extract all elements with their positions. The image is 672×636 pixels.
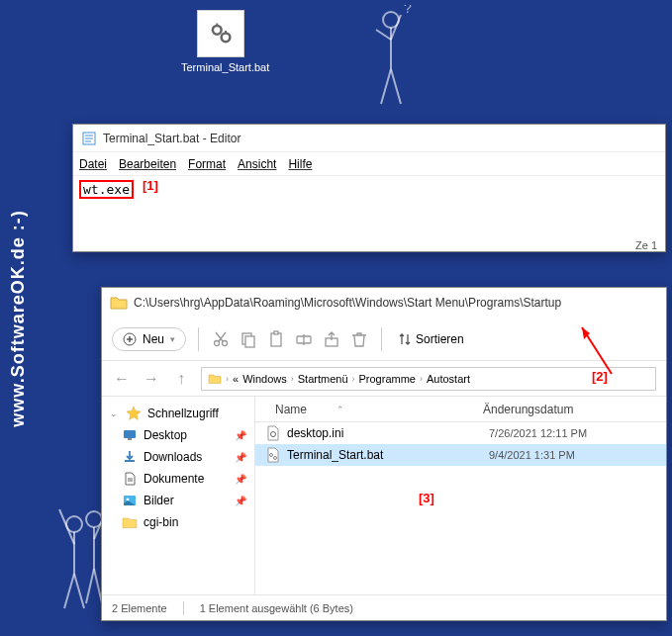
svg-line-7 [391,69,401,104]
file-name: Terminal_Start.bat [287,448,489,462]
bat-file-icon [265,447,281,463]
svg-line-4 [376,30,391,40]
file-list-header: Name ⌃ Änderungsdatum [255,397,666,422]
nav-up-button[interactable]: ↑ [171,370,191,388]
sort-button[interactable]: Sortieren [398,332,464,346]
decoration-figure-1: ? [366,5,416,118]
watermark-left: www.SoftwareOK.de :-) [8,210,29,426]
chevron-right-icon: › [291,374,294,384]
pin-icon: 📌 [235,452,246,463]
plus-icon [123,332,137,346]
sidebar-item-downloads[interactable]: Downloads 📌 [102,446,254,468]
svg-line-13 [59,509,74,544]
delete-icon[interactable] [349,329,369,349]
downloads-icon [122,449,138,465]
share-icon[interactable] [322,329,341,349]
annotation-2: [2] [592,369,608,384]
ini-file-icon [265,425,281,441]
chevron-right-icon: › [352,374,355,384]
notepad-content-area[interactable]: wt.exe [1] [73,176,665,203]
pin-icon: 📌 [235,474,246,485]
menu-file[interactable]: Datei [79,157,107,171]
svg-point-0 [213,26,222,35]
svg-rect-31 [245,336,254,347]
sort-button-label: Sortieren [416,332,464,346]
file-row[interactable]: Terminal_Start.bat 9/4/2021 1:31 PM [255,444,666,466]
new-button-label: Neu [143,332,164,346]
pictures-icon [122,493,138,508]
sidebar-item-label: Dokumente [144,472,204,486]
bat-file-icon [197,10,244,57]
new-button[interactable]: Neu ▾ [112,327,186,351]
toolbar-divider [381,327,382,351]
nav-forward-button[interactable]: → [142,370,161,388]
chevron-right-icon: › [420,374,423,384]
svg-point-26 [215,340,220,345]
desktop-icon [122,427,138,443]
file-date: 7/26/2021 12:11 PM [489,427,587,439]
menu-format[interactable]: Format [188,157,226,171]
svg-line-17 [86,569,94,603]
svg-rect-37 [124,430,136,438]
notepad-window: Terminal_Start.bat - Editor Datei Bearbe… [72,124,666,252]
sidebar-item-cgibin[interactable]: cgi-bin [102,511,254,533]
menu-view[interactable]: Ansicht [238,157,276,171]
status-item-count: 2 Elemente [112,602,167,614]
explorer-window: C:\Users\hrg\AppData\Roaming\Microsoft\W… [101,287,667,621]
annotation-1: [1] [143,178,158,193]
explorer-title: C:\Users\hrg\AppData\Roaming\Microsoft\W… [134,296,561,310]
chevron-down-icon: ▾ [170,334,175,344]
desktop-file-icon[interactable]: Terminal_Start.bat [181,10,260,73]
nav-back-button[interactable]: ← [112,370,132,388]
cut-icon[interactable] [211,329,231,349]
notepad-text: wt.exe [79,180,134,199]
breadcrumb-item[interactable]: Windows [242,373,287,385]
sidebar-item-label: Downloads [144,450,202,464]
chevron-right-icon: › [226,374,229,384]
sidebar-item-pictures[interactable]: Bilder 📌 [102,490,254,511]
star-icon [126,406,142,421]
file-date: 9/4/2021 1:31 PM [489,449,575,461]
menu-help[interactable]: Hilfe [288,157,312,171]
pin-icon: 📌 [235,430,246,441]
sort-icon [398,332,412,346]
sidebar-item-documents[interactable]: Dokumente 📌 [102,468,254,490]
notepad-title: Terminal_Start.bat - Editor [103,132,240,145]
breadcrumb-item[interactable]: Programme [359,373,416,385]
svg-point-1 [222,33,231,42]
svg-text:?: ? [404,5,412,16]
folder-icon [208,372,222,386]
sidebar-quick-access[interactable]: ⌄ Schnellzugriff [102,403,254,424]
svg-line-15 [64,574,74,608]
svg-rect-33 [274,331,278,334]
breadcrumb-ellipsis[interactable]: « [233,373,239,385]
sidebar-item-label: Schnellzugriff [147,407,219,420]
explorer-file-list: [2] Name ⌃ Änderungsdatum desktop.ini 7/… [255,397,666,594]
paste-icon[interactable] [266,329,286,349]
explorer-sidebar: ⌄ Schnellzugriff Desktop 📌 Downloads 📌 D… [102,397,255,594]
notepad-menubar: Datei Bearbeiten Format Ansicht Hilfe [73,152,665,176]
column-header-name[interactable]: Name ⌃ [255,403,483,416]
sidebar-item-label: Desktop [144,428,187,442]
status-divider [183,601,184,615]
status-selected-count: 1 Element ausgewählt (6 Bytes) [200,602,353,614]
sidebar-item-desktop[interactable]: Desktop 📌 [102,424,254,446]
rename-icon[interactable] [294,329,314,349]
file-row[interactable]: desktop.ini 7/26/2021 12:11 PM [255,422,666,444]
explorer-titlebar[interactable]: C:\Users\hrg\AppData\Roaming\Microsoft\W… [102,288,666,318]
chevron-down-icon: ⌄ [110,409,120,418]
folder-icon [122,514,138,530]
sidebar-item-label: Bilder [144,494,174,507]
copy-icon[interactable] [239,329,258,349]
notepad-titlebar[interactable]: Terminal_Start.bat - Editor [73,125,665,152]
toolbar-divider [198,327,199,351]
breadcrumb-item[interactable]: Autostart [427,373,470,385]
sidebar-item-label: cgi-bin [144,515,178,529]
explorer-statusbar: 2 Elemente 1 Element ausgewählt (6 Bytes… [102,594,666,620]
column-header-date[interactable]: Änderungsdatum [483,403,666,416]
annotation-3: [3] [419,491,434,505]
svg-point-27 [223,340,228,345]
svg-line-6 [381,69,391,104]
breadcrumb-item[interactable]: Startmenü [298,373,348,385]
menu-edit[interactable]: Bearbeiten [119,157,176,171]
